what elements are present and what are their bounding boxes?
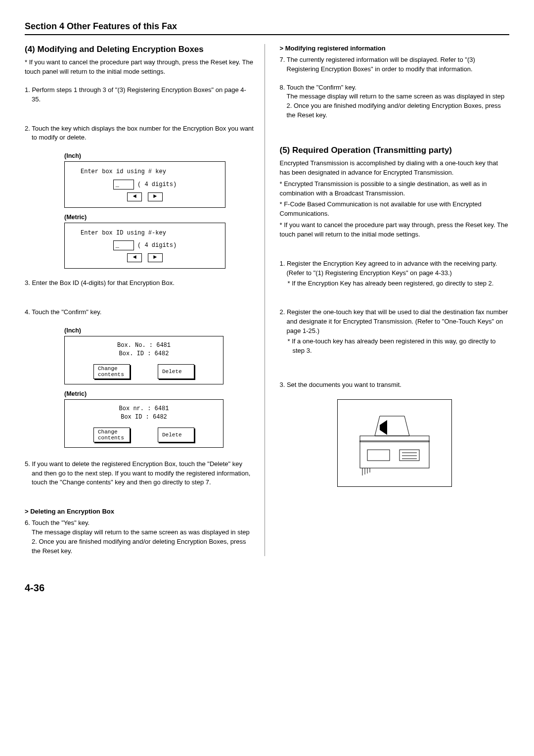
box-id-line: Box ID : 6482: [70, 413, 218, 422]
svg-rect-4: [400, 450, 419, 461]
modifying-heading: > Modifying registered information: [280, 44, 510, 53]
panel-text: Enter box ID using #-key: [81, 229, 219, 237]
change-contents-button[interactable]: Change contents: [93, 427, 130, 442]
right-column: > Modifying registered information 7. Th…: [280, 44, 510, 556]
digits-hint: ( 4 digits): [137, 181, 177, 188]
inch-label-2: (Inch): [64, 326, 255, 335]
panel-text: Enter box id using # key: [81, 168, 219, 176]
left-arrow-button[interactable]: ◄: [127, 192, 142, 201]
star-note-1: * Encrypted Transmission is possible to …: [280, 180, 510, 198]
r-step-1-sub: * If the Encryption Key has already been…: [293, 279, 510, 288]
r-step-2-sub: * If a one-touch key has already been re…: [293, 337, 510, 356]
section-header: Section 4 Other Features of this Fax: [25, 20, 509, 35]
svg-marker-3: [380, 420, 387, 435]
box-id-line: Box. ID : 6482: [70, 350, 218, 358]
step-3: 3. Enter the Box ID (4-digits) for that …: [25, 279, 255, 288]
touchpanel-metric-1: Enter box ID using #-key _ ( 4 digits) ◄…: [64, 223, 225, 269]
box-nr-line: Box nr. : 6481: [70, 405, 218, 413]
heading-4: (4) Modifying and Deleting Encryption Bo…: [25, 44, 255, 55]
inch-label-1: (Inch): [64, 151, 255, 160]
r-step-2: 2. Register the one-touch key that will …: [280, 308, 510, 336]
page-number: 4-36: [25, 581, 509, 595]
touchpanel-inch-1: Enter box id using # key _ ( 4 digits) ◄…: [64, 161, 225, 207]
right-arrow-button[interactable]: ►: [148, 253, 163, 262]
metric-label-1: (Metric): [64, 213, 255, 222]
left-column: (4) Modifying and Deleting Encryption Bo…: [25, 44, 265, 556]
r-step-3: 3. Set the documents you want to transmi…: [280, 380, 510, 390]
star-note-3: * If you want to cancel the procedure pa…: [280, 221, 510, 239]
delete-button[interactable]: Delete: [158, 364, 194, 379]
svg-rect-0: [360, 441, 429, 468]
svg-rect-8: [367, 450, 390, 461]
metric-label-2: (Metric): [64, 389, 255, 398]
deleting-heading: > Deleting an Encryption Box: [25, 507, 255, 517]
step-7: 7. The currently registered information …: [280, 55, 510, 74]
step-8-detail: The message display will return to the s…: [280, 92, 510, 120]
fax-machine-illustration: [337, 399, 452, 487]
box-no-line: Box. No. : 6481: [70, 341, 218, 350]
touchpanel-inch-2: Box. No. : 6481 Box. ID : 6482 Change co…: [64, 336, 223, 384]
step-1: 1. Perform steps 1 through 3 of "(3) Reg…: [25, 86, 255, 104]
digits-hint: ( 4 digits): [137, 242, 177, 249]
heading-5: (5) Required Operation (Transmitting par…: [280, 145, 510, 156]
step-6: 6. Touch the "Yes" key.: [25, 519, 255, 528]
box-id-input[interactable]: _: [113, 180, 134, 189]
two-column-layout: (4) Modifying and Deleting Encryption Bo…: [25, 44, 509, 556]
box-id-input[interactable]: _: [113, 240, 134, 250]
right-arrow-button[interactable]: ►: [148, 192, 163, 201]
step-4: 4. Touch the "Confirm" key.: [25, 308, 255, 317]
intro-text: Encrypted Transmission is accomplished b…: [280, 159, 510, 178]
step-6-detail: The message display will return to the s…: [25, 528, 255, 556]
left-arrow-button[interactable]: ◄: [127, 253, 142, 262]
step-8: 8. Touch the "Confirm" key.: [280, 83, 510, 93]
step-5: 5. If you want to delete the registered …: [25, 460, 255, 488]
r-step-1: 1. Register the Encryption Key agreed to…: [280, 259, 510, 278]
touchpanel-metric-2: Box nr. : 6481 Box ID : 6482 Change cont…: [64, 399, 223, 448]
fax-icon: [345, 406, 444, 480]
star-note-2: * F-Code Based Communication is not avai…: [280, 200, 510, 219]
cancel-note: * If you want to cancel the procedure pa…: [25, 58, 255, 77]
delete-button[interactable]: Delete: [158, 427, 194, 442]
step-2: 2. Touch the key which displays the box …: [25, 124, 255, 143]
change-contents-button[interactable]: Change contents: [93, 364, 130, 379]
